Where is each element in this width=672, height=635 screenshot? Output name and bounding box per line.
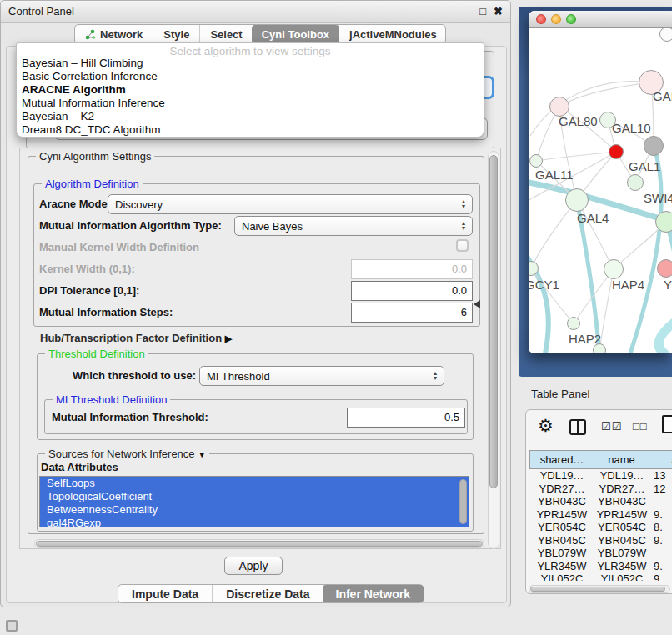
scrollbar-thumb[interactable] <box>530 587 665 592</box>
table-cell[interactable]: YBR043C <box>529 495 594 508</box>
table-cell[interactable]: 12 <box>649 482 672 496</box>
table-cell[interactable]: YIL052C <box>594 572 649 581</box>
dpi-tolerance-input[interactable]: 0.0 <box>351 281 473 301</box>
column-header-shared-name[interactable]: shared… <box>529 450 594 469</box>
table-horizontal-scrollbar[interactable] <box>529 585 670 593</box>
column-header-name[interactable]: name <box>594 450 649 469</box>
table-cell[interactable]: YPR145W <box>529 508 594 522</box>
table-cell[interactable]: 9. <box>649 508 672 522</box>
table-row[interactable]: YER054CYER054C8. <box>529 521 672 534</box>
table-cell[interactable]: YLR345W <box>594 560 649 573</box>
kernel-width-input[interactable]: 0.0 <box>351 259 473 279</box>
dropdown-item[interactable]: ARACNE Algorithm <box>17 83 484 97</box>
table-cell[interactable]: 13 <box>649 469 672 482</box>
close-icon[interactable]: ✖ <box>494 6 503 17</box>
network-window-titlebar[interactable] <box>529 11 672 28</box>
node-hap2[interactable] <box>567 317 580 330</box>
table-row[interactable]: YLR345WYLR345W9. <box>529 560 672 573</box>
table-cell[interactable]: YER054C <box>529 521 594 534</box>
table-row[interactable]: YBL079WYBL079W <box>529 547 672 560</box>
node-pink-right[interactable] <box>657 259 672 278</box>
node-gray[interactable] <box>644 136 664 156</box>
scrollbar-thumb[interactable] <box>36 541 483 547</box>
node-gal4[interactable] <box>565 188 589 212</box>
settings-horizontal-scrollbar[interactable] <box>34 539 484 548</box>
column-header-partial[interactable]: A <box>649 450 672 469</box>
select-all-checkboxes-icon[interactable]: ☑☑ <box>601 420 622 432</box>
settings-vertical-scrollbar[interactable] <box>488 151 499 549</box>
aracne-mode-combobox[interactable]: Discovery ▴▾ <box>108 194 473 214</box>
attribute-item[interactable]: BetweennessCentrality <box>40 503 469 517</box>
table-cell[interactable]: 9. <box>649 560 672 573</box>
table-cell[interactable]: 8. <box>649 521 672 534</box>
table-cell[interactable]: YDL19… <box>529 469 594 482</box>
table-cell[interactable]: YBR045C <box>594 534 649 548</box>
node-hap4[interactable] <box>604 259 624 279</box>
tab-style[interactable]: Style <box>153 25 199 43</box>
table-cell[interactable]: 9. <box>649 534 672 548</box>
tab-cyni-toolbox[interactable]: Cyni Toolbox <box>252 25 339 43</box>
node-gal1[interactable] <box>627 174 644 191</box>
table-cell[interactable]: YER054C <box>594 521 649 534</box>
hub-definition-expander[interactable]: Hub/Transcription Factor Definition ▶ <box>40 332 232 344</box>
table-cell[interactable]: YBR043C <box>594 495 649 508</box>
apply-button[interactable]: Apply <box>224 557 283 575</box>
table-cell[interactable]: YBL079W <box>594 547 649 560</box>
network-canvas[interactable]: GALGAL80GAL10GAL1GAL11SWI4GAL4GCY1HAP4YH… <box>529 28 672 353</box>
table-row[interactable]: YBR043CYBR043C <box>529 495 672 508</box>
table-cell[interactable]: YDL19… <box>594 469 649 482</box>
minimize-traffic-light-icon[interactable] <box>551 14 561 24</box>
scrollbar-thumb[interactable] <box>489 155 498 488</box>
tab-select[interactable]: Select <box>199 25 252 43</box>
table-cell[interactable]: 9. <box>649 572 672 581</box>
table-row[interactable]: YIL052CYIL052C9. <box>529 572 672 581</box>
attribute-item[interactable]: gal4RGexp <box>40 517 469 528</box>
table-cell[interactable] <box>649 547 672 560</box>
which-threshold-combobox[interactable]: MI Threshold ▴▾ <box>199 366 444 386</box>
tab-jactivemnodules[interactable]: jActiveMNodules <box>339 25 447 43</box>
tab-network[interactable]: Network <box>75 25 153 43</box>
table-cell[interactable]: YLR345W <box>529 560 594 573</box>
attribute-item[interactable]: SelfLoops <box>40 477 469 490</box>
tab-impute-data[interactable]: Impute Data <box>118 585 212 602</box>
dropdown-item[interactable]: Dream8 DC_TDC Algorithm <box>17 123 484 137</box>
columns-icon[interactable] <box>569 419 586 435</box>
close-traffic-light-icon[interactable] <box>536 14 546 24</box>
table-cell[interactable]: YDR27… <box>529 482 594 496</box>
node-swi4[interactable] <box>655 211 672 232</box>
sources-group-title[interactable]: Sources for Network Inference ▼ <box>45 448 209 460</box>
manual-kernel-checkbox[interactable] <box>456 239 469 252</box>
mi-steps-input[interactable]: 6 <box>351 302 473 322</box>
table-row[interactable]: YDL19…YDL19…13 <box>529 469 672 482</box>
node-top-right-partial[interactable] <box>659 28 672 42</box>
data-attributes-list[interactable]: SelfLoopsTopologicalCoefficientBetweenne… <box>39 476 469 528</box>
table-cell[interactable]: YBL079W <box>529 547 594 560</box>
node-gal11[interactable] <box>529 154 543 168</box>
dropdown-item[interactable]: Bayesian – Hill Climbing <box>17 57 484 70</box>
file-icon[interactable] <box>662 415 672 433</box>
table-cell[interactable]: YDR27… <box>594 482 649 496</box>
attribute-item[interactable]: TopologicalCoefficient <box>40 490 469 503</box>
table-cell[interactable]: YPR145W <box>594 508 649 522</box>
tab-discretize-data[interactable]: Discretize Data <box>212 585 323 602</box>
table-cell[interactable]: YIL052C <box>529 572 594 581</box>
bottom-left-partial-icon[interactable] <box>6 620 18 632</box>
dropdown-item[interactable]: Mutual Information Inference <box>17 97 484 110</box>
mi-threshold-input[interactable]: 0.5 <box>347 408 465 428</box>
float-window-icon[interactable]: □ <box>479 6 486 17</box>
zoom-traffic-light-icon[interactable] <box>566 14 576 24</box>
table-row[interactable]: YDR27…YDR27…12 <box>529 482 672 496</box>
dropdown-item[interactable]: Basic Correlation Inference <box>17 70 484 83</box>
tab-infer-network[interactable]: Infer Network <box>323 585 424 602</box>
network-window[interactable]: GALGAL80GAL10GAL1GAL11SWI4GAL4GCY1HAP4YH… <box>529 11 672 353</box>
mi-algorithm-type-combobox[interactable]: Naive Bayes ▴▾ <box>234 216 473 236</box>
table-row[interactable]: YPR145WYPR145W9. <box>529 508 672 522</box>
deselect-all-checkboxes-icon[interactable]: □□ <box>633 420 648 432</box>
node-red[interactable] <box>609 144 624 159</box>
table-cell[interactable]: YBR045C <box>529 534 594 548</box>
table-cell[interactable] <box>649 495 672 508</box>
list-scrollbar[interactable] <box>459 479 467 524</box>
dropdown-item[interactable]: Bayesian – K2 <box>17 110 484 123</box>
table-row[interactable]: YBR045CYBR045C9. <box>529 534 672 548</box>
gear-icon[interactable]: ⚙ <box>538 417 554 434</box>
